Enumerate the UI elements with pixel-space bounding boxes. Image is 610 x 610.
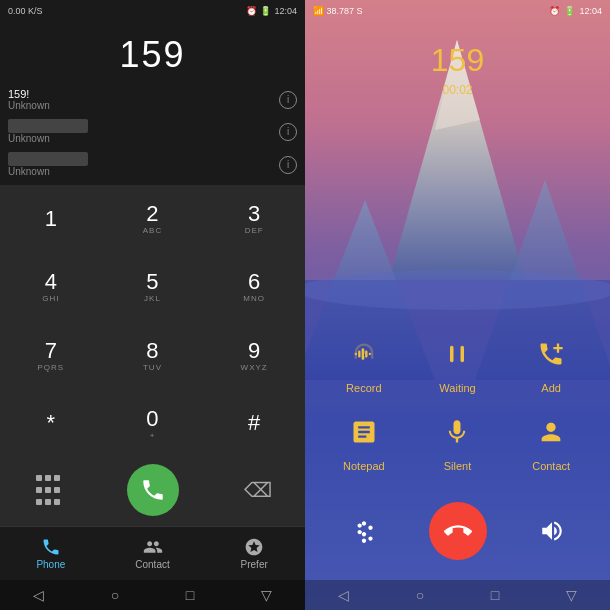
phone-nav-icon xyxy=(41,537,61,557)
mute-icon xyxy=(435,410,479,454)
dots-menu-button[interactable] xyxy=(32,474,64,506)
info-icon-3[interactable]: i xyxy=(279,156,297,174)
notepad-button[interactable]: Notepad xyxy=(321,410,407,472)
dial-key-5[interactable]: 5 JKL xyxy=(102,253,204,321)
dialer-number-display: 159 xyxy=(0,22,305,84)
prefer-nav-icon xyxy=(244,537,264,557)
list-item: 159! Unknown i xyxy=(8,84,297,115)
call-label-3: Unknown xyxy=(8,166,88,177)
call-info: 159 00:02 xyxy=(305,22,610,107)
recents-button-right[interactable]: □ xyxy=(491,587,499,603)
svg-point-6 xyxy=(305,270,610,310)
home-button-left[interactable]: ○ xyxy=(111,587,119,603)
back-button-left[interactable]: ◁ xyxy=(33,587,44,603)
recent-call-info-2: Unknown xyxy=(8,119,88,144)
nav-contact[interactable]: Contact xyxy=(102,527,204,580)
svg-rect-9 xyxy=(365,351,367,358)
recent-call-info-3: Unknown xyxy=(8,152,88,177)
svg-rect-12 xyxy=(450,346,454,362)
signal-left: 0.00 K/S xyxy=(8,6,43,16)
bottom-nav-left: Phone Contact Prefer xyxy=(0,526,305,580)
list-item: Unknown i xyxy=(8,115,297,148)
speaker-icon xyxy=(539,518,565,544)
phone-icon xyxy=(140,477,166,503)
dialpad-toggle-button[interactable] xyxy=(344,511,384,551)
alarm-icon: ⏰ xyxy=(246,6,257,16)
dial-key-8[interactable]: 8 TUV xyxy=(102,322,204,390)
record-icon xyxy=(342,332,386,376)
dial-key-6[interactable]: 6 MNO xyxy=(203,253,305,321)
home-button-right[interactable]: ○ xyxy=(416,587,424,603)
call-actions-bottom xyxy=(305,492,610,580)
speaker-button[interactable] xyxy=(532,511,572,551)
menu-button-left[interactable]: ▽ xyxy=(261,587,272,603)
phone-nav-label: Phone xyxy=(36,559,65,570)
silent-label: Silent xyxy=(444,460,472,472)
status-bar-left: 0.00 K/S ⏰ 🔋 12:04 xyxy=(0,0,305,22)
status-icons-left: ⏰ 🔋 12:04 xyxy=(246,6,297,16)
svg-rect-10 xyxy=(368,353,370,355)
call-bar-3 xyxy=(8,152,88,166)
dialpad: 1 2 ABC 3 DEF 4 GHI 5 JKL 6 MNO xyxy=(0,185,305,526)
recent-call-info-1: 159! Unknown xyxy=(8,88,50,111)
sys-nav-right: ◁ ○ □ ▽ xyxy=(305,580,610,610)
nav-prefer[interactable]: Prefer xyxy=(203,527,305,580)
record-button[interactable]: Record xyxy=(321,332,407,394)
battery-right-icon: 🔋 xyxy=(564,6,575,16)
svg-rect-13 xyxy=(461,346,465,362)
call-duration: 00:02 xyxy=(305,83,610,97)
contact-nav-icon xyxy=(143,537,163,557)
svg-rect-8 xyxy=(361,348,363,360)
contact-label: Contact xyxy=(532,460,570,472)
list-item: Unknown i xyxy=(8,148,297,181)
dial-key-0[interactable]: 0 + xyxy=(102,390,204,458)
waiting-button[interactable]: Waiting xyxy=(415,332,501,394)
call-label-1: Unknown xyxy=(8,100,50,111)
dialpad-icon xyxy=(351,518,377,544)
dial-key-hash[interactable]: # xyxy=(203,390,305,458)
call-number-1: 159! xyxy=(8,88,50,100)
right-panel: 📶 38.787 S ⏰ 🔋 12:04 159 00:02 xyxy=(305,0,610,610)
dial-key-3[interactable]: 3 DEF xyxy=(203,185,305,253)
info-icon-2[interactable]: i xyxy=(279,123,297,141)
menu-button-right[interactable]: ▽ xyxy=(566,587,577,603)
add-label: Add xyxy=(541,382,561,394)
contact-icon xyxy=(529,410,573,454)
recents-button-left[interactable]: □ xyxy=(186,587,194,603)
call-button[interactable] xyxy=(127,464,179,516)
call-label-2: Unknown xyxy=(8,133,88,144)
add-call-button[interactable]: Add xyxy=(508,332,594,394)
notepad-label: Notepad xyxy=(343,460,385,472)
alarm-right-icon: ⏰ xyxy=(549,6,560,16)
status-bar-right: 📶 38.787 S ⏰ 🔋 12:04 xyxy=(305,0,610,22)
dialpad-grid: 1 2 ABC 3 DEF 4 GHI 5 JKL 6 MNO xyxy=(0,185,305,458)
contact-nav-label: Contact xyxy=(135,559,169,570)
nav-phone[interactable]: Phone xyxy=(0,527,102,580)
dial-key-star[interactable]: * xyxy=(0,390,102,458)
mute-button[interactable]: Silent xyxy=(415,410,501,472)
dial-key-2[interactable]: 2 ABC xyxy=(102,185,204,253)
info-icon-1[interactable]: i xyxy=(279,91,297,109)
dial-key-7[interactable]: 7 PQRS xyxy=(0,322,102,390)
dial-key-1[interactable]: 1 xyxy=(0,185,102,253)
end-call-icon xyxy=(444,517,472,545)
time-left: 12:04 xyxy=(274,6,297,16)
left-panel: 0.00 K/S ⏰ 🔋 12:04 159 159! Unknown i Un… xyxy=(0,0,305,610)
back-button-right[interactable]: ◁ xyxy=(338,587,349,603)
notepad-icon xyxy=(342,410,386,454)
end-call-button[interactable] xyxy=(429,502,487,560)
contact-button[interactable]: Contact xyxy=(508,410,594,472)
battery-icon: 🔋 xyxy=(260,6,271,16)
record-label: Record xyxy=(346,382,381,394)
dial-key-4[interactable]: 4 GHI xyxy=(0,253,102,321)
status-icons-right: ⏰ 🔋 12:04 xyxy=(549,6,602,16)
prefer-nav-label: Prefer xyxy=(241,559,268,570)
svg-rect-11 xyxy=(354,353,356,355)
waiting-label: Waiting xyxy=(439,382,475,394)
time-right: 12:04 xyxy=(579,6,602,16)
backspace-button[interactable]: ⌫ xyxy=(242,474,274,506)
waiting-icon xyxy=(435,332,479,376)
dial-key-9[interactable]: 9 WXYZ xyxy=(203,322,305,390)
sys-nav-left: ◁ ○ □ ▽ xyxy=(0,580,305,610)
dialpad-actions: ⌫ xyxy=(0,458,305,526)
